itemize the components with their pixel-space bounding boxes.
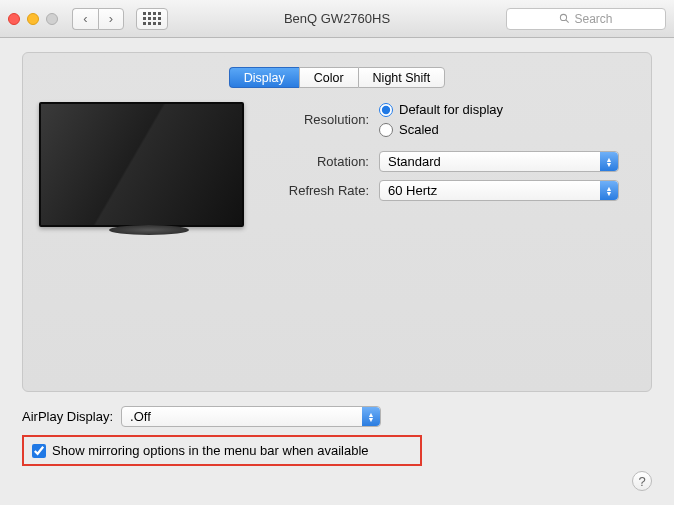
rotation-value: Standard — [388, 154, 441, 169]
tab-night-shift[interactable]: Night Shift — [358, 67, 446, 88]
forward-button[interactable]: › — [98, 8, 124, 30]
window-title: BenQ GW2760HS — [284, 11, 390, 26]
chevron-up-down-icon: ▲▼ — [600, 181, 618, 200]
tab-color[interactable]: Color — [299, 67, 358, 88]
back-button[interactable]: ‹ — [72, 8, 98, 30]
radio-default-label: Default for display — [399, 102, 503, 117]
airplay-select[interactable]: .Off ▲▼ — [121, 406, 381, 427]
refresh-rate-value: 60 Hertz — [388, 183, 437, 198]
monitor-preview — [39, 102, 259, 252]
resolution-label: Resolution: — [269, 112, 369, 127]
monitor-screen-icon — [39, 102, 244, 227]
tab-bar: Display Color Night Shift — [39, 67, 635, 88]
mirroring-highlight: Show mirroring options in the menu bar w… — [22, 435, 422, 466]
refresh-rate-select[interactable]: 60 Hertz ▲▼ — [379, 180, 619, 201]
airplay-label: AirPlay Display: — [22, 409, 113, 424]
svg-line-1 — [566, 20, 569, 23]
titlebar: ‹ › BenQ GW2760HS Search — [0, 0, 674, 38]
grid-icon — [143, 12, 161, 25]
tab-display[interactable]: Display — [229, 67, 299, 88]
window-controls — [8, 13, 58, 25]
search-placeholder: Search — [574, 12, 612, 26]
help-button[interactable]: ? — [632, 471, 652, 491]
close-icon[interactable] — [8, 13, 20, 25]
rotation-label: Rotation: — [269, 154, 369, 169]
show-all-button[interactable] — [136, 8, 168, 30]
help-icon: ? — [638, 474, 645, 489]
nav-buttons: ‹ › — [72, 8, 124, 30]
radio-scaled[interactable] — [379, 123, 393, 137]
radio-default[interactable] — [379, 103, 393, 117]
maximize-icon — [46, 13, 58, 25]
resolution-scaled-radio[interactable]: Scaled — [379, 122, 503, 137]
radio-scaled-label: Scaled — [399, 122, 439, 137]
resolution-default-radio[interactable]: Default for display — [379, 102, 503, 117]
display-panel: Display Color Night Shift Resolution: — [22, 52, 652, 392]
svg-point-0 — [561, 14, 567, 20]
monitor-stand-icon — [109, 225, 189, 235]
refresh-rate-label: Refresh Rate: — [269, 183, 369, 198]
mirroring-checkbox[interactable] — [32, 444, 46, 458]
search-input[interactable]: Search — [506, 8, 666, 30]
minimize-icon[interactable] — [27, 13, 39, 25]
airplay-value: .Off — [130, 409, 151, 424]
search-icon — [559, 13, 570, 24]
chevron-up-down-icon: ▲▼ — [600, 152, 618, 171]
mirroring-label: Show mirroring options in the menu bar w… — [52, 443, 369, 458]
rotation-select[interactable]: Standard ▲▼ — [379, 151, 619, 172]
chevron-up-down-icon: ▲▼ — [362, 407, 380, 426]
